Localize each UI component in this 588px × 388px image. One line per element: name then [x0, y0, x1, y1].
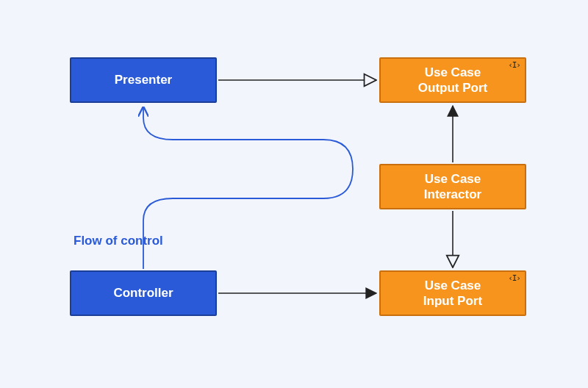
flow-of-control-label: Flow of control [74, 234, 163, 248]
interactor-box: Use Case Interactor [379, 164, 526, 209]
flow-of-control-arrow [143, 107, 353, 269]
interface-icon: ‹I› [508, 273, 520, 284]
input-port-box: ‹I› Use Case Input Port [379, 270, 526, 316]
output-port-label: Use Case Output Port [418, 65, 487, 96]
output-port-box: ‹I› Use Case Output Port [379, 57, 526, 103]
input-port-label: Use Case Input Port [423, 278, 482, 309]
presenter-label: Presenter [115, 73, 172, 87]
interactor-label: Use Case Interactor [424, 171, 481, 203]
controller-label: Controller [113, 286, 173, 301]
presenter-box: Presenter [70, 57, 217, 103]
interface-icon: ‹I› [508, 60, 520, 71]
controller-box: Controller [70, 270, 217, 316]
